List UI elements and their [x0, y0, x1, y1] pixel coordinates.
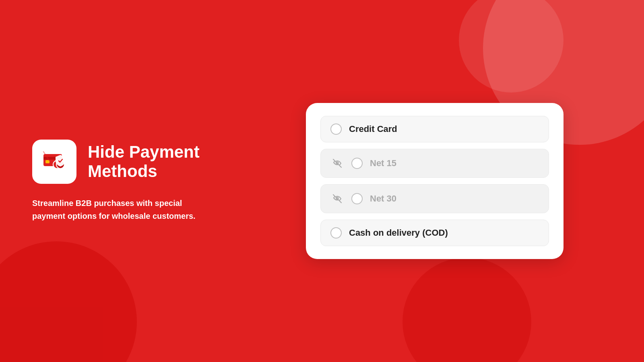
eye-off-icon-net15	[330, 156, 344, 170]
payment-label-cod: Cash on delivery (COD)	[349, 228, 448, 238]
main-layout: Hide Payment Methods Streamline B2B purc…	[0, 0, 644, 362]
app-description: Streamline B2B purchases with special pa…	[32, 197, 201, 222]
left-panel: Hide Payment Methods Streamline B2B purc…	[32, 140, 217, 222]
payment-methods-card: Credit Card Net 15	[306, 103, 564, 259]
payment-label-credit-card: Credit Card	[349, 124, 397, 134]
payment-label-net-15: Net 15	[370, 158, 396, 169]
app-header: Hide Payment Methods	[32, 140, 217, 184]
payment-row-credit-card[interactable]: Credit Card	[320, 116, 549, 142]
radio-credit-card[interactable]	[330, 123, 342, 135]
payment-row-net-30[interactable]: Net 30	[320, 184, 549, 213]
radio-cod[interactable]	[330, 227, 342, 239]
payment-label-net-30: Net 30	[370, 193, 396, 204]
radio-net-15[interactable]	[351, 158, 363, 169]
eye-off-icon-net30	[330, 192, 344, 206]
right-panel: Credit Card Net 15	[258, 103, 612, 259]
app-icon	[32, 140, 76, 184]
payment-row-cod[interactable]: Cash on delivery (COD)	[320, 220, 549, 246]
payment-row-net-15[interactable]: Net 15	[320, 149, 549, 178]
app-icon-svg	[40, 148, 68, 176]
app-title: Hide Payment Methods	[88, 142, 217, 181]
radio-net-30[interactable]	[351, 193, 363, 204]
